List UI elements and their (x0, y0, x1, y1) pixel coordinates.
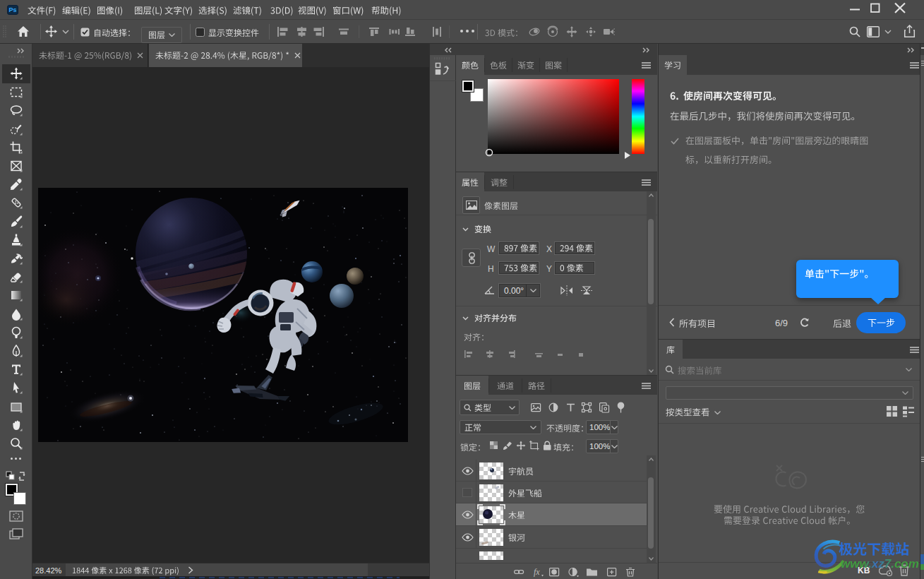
svg-text:fx: fx (534, 567, 540, 577)
